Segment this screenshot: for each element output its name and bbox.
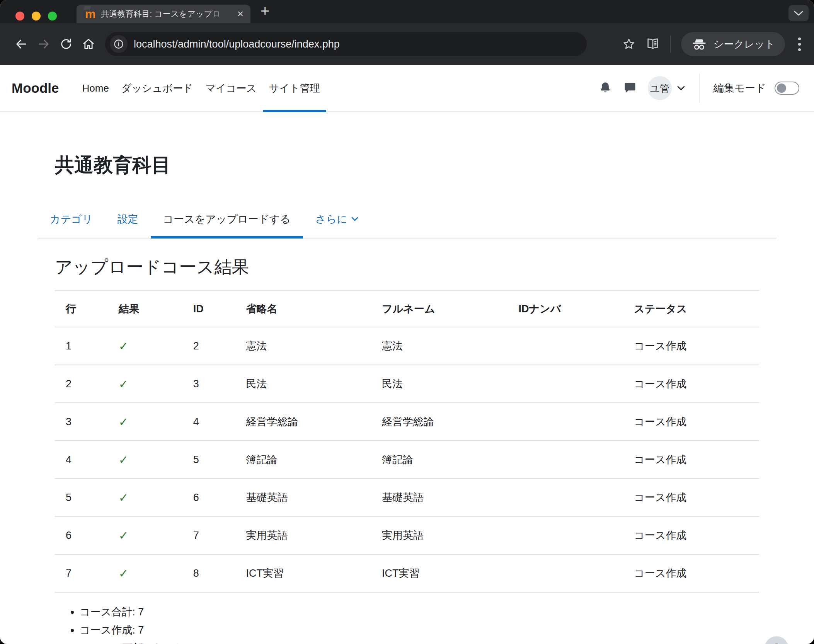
table-cell: 民法	[371, 365, 507, 403]
chevron-down-icon	[677, 86, 685, 91]
user-menu[interactable]: ユ管	[648, 76, 685, 100]
table-cell: 2	[55, 365, 108, 403]
browser-tab[interactable]: m 共通教育科目: コースをアップロ ×	[77, 5, 250, 23]
result-cell: ✓	[108, 403, 182, 441]
success-check-icon: ✓	[119, 416, 128, 428]
column-header: IDナンバ	[508, 291, 623, 327]
page-content: 共通教育科目 カテゴリ設定コースをアップロードするさらに アップロードコース結果…	[0, 152, 814, 644]
summary-item: コース作成: 7	[80, 623, 759, 637]
tab-upload-courses[interactable]: コースをアップロードする	[151, 202, 303, 238]
table-cell: 3	[55, 403, 108, 441]
table-cell: 7	[55, 554, 108, 592]
table-cell: 4	[182, 403, 235, 441]
success-check-icon: ✓	[119, 340, 128, 353]
table-cell	[508, 479, 623, 516]
messages-icon[interactable]	[623, 81, 637, 95]
toolbar-divider	[670, 36, 671, 53]
table-cell: 6	[55, 516, 108, 554]
navbar-item-site-admin[interactable]: サイト管理	[263, 65, 326, 111]
browser-menu-icon[interactable]	[795, 37, 804, 51]
table-cell: 5	[182, 441, 235, 479]
table-cell	[508, 554, 623, 592]
new-tab-button[interactable]: +	[261, 3, 269, 19]
table-cell: 5	[55, 479, 108, 516]
minimize-window-button[interactable]	[32, 12, 41, 20]
moodle-brand[interactable]: Moodle	[12, 80, 59, 96]
table-row: 5✓6基礎英語基礎英語コース作成	[55, 479, 759, 516]
column-header: 省略名	[235, 291, 371, 327]
table-cell: コース作成	[623, 441, 759, 479]
table-cell: 憲法	[371, 327, 507, 365]
close-tab-icon[interactable]: ×	[237, 9, 244, 19]
success-check-icon: ✓	[119, 453, 128, 466]
result-cell: ✓	[108, 479, 182, 516]
table-cell: 簿記論	[371, 441, 507, 479]
table-cell: 民法	[235, 365, 371, 403]
table-cell	[508, 516, 623, 554]
navbar-item-my-courses[interactable]: マイコース	[199, 65, 263, 111]
table-cell: 実用英語	[371, 516, 507, 554]
site-info-icon[interactable]	[110, 35, 128, 53]
table-cell: 経営学総論	[235, 403, 371, 441]
table-cell: 基礎英語	[235, 479, 371, 516]
result-cell: ✓	[108, 554, 182, 592]
table-cell: コース作成	[623, 554, 759, 592]
reading-list-icon[interactable]	[645, 37, 660, 51]
chevron-down-icon	[351, 217, 358, 221]
notifications-bell-icon[interactable]	[598, 81, 612, 95]
table-cell: 基礎英語	[371, 479, 507, 516]
tab-settings[interactable]: 設定	[105, 202, 151, 238]
tertiary-tabs: カテゴリ設定コースをアップロードするさらに	[37, 202, 777, 239]
avatar[interactable]: ユ管	[648, 76, 672, 100]
table-row: 7✓8ICT実習ICT実習コース作成	[55, 554, 759, 592]
success-check-icon: ✓	[119, 567, 128, 580]
table-cell: 4	[55, 441, 108, 479]
tab-search-chevron-button[interactable]	[788, 5, 809, 21]
moodle-navbar: Moodle Homeダッシュボードマイコースサイト管理 ユ管 編集モード	[0, 65, 814, 112]
navbar-item-home[interactable]: Home	[76, 65, 115, 111]
tab-strip: m 共通教育科目: コースをアップロ × +	[0, 0, 814, 23]
result-cell: ✓	[108, 441, 182, 479]
table-cell: 簿記論	[235, 441, 371, 479]
summary-item: コースが更新されました: 0	[80, 641, 759, 644]
success-check-icon: ✓	[119, 529, 128, 542]
help-button[interactable]: ?	[765, 636, 788, 644]
table-cell: 憲法	[235, 327, 371, 365]
navbar-links: Homeダッシュボードマイコースサイト管理	[76, 65, 326, 111]
table-body: 1✓2憲法憲法コース作成2✓3民法民法コース作成3✓4経営学総論経営学総論コース…	[55, 327, 759, 592]
table-cell: 3	[182, 365, 235, 403]
incognito-icon	[691, 37, 707, 51]
table-cell: 6	[182, 479, 235, 516]
table-cell: 実用英語	[235, 516, 371, 554]
summary-list: コース合計: 7コース作成: 7コースが更新されました: 0	[55, 605, 759, 644]
page-title: 共通教育科目	[55, 152, 759, 178]
traffic-lights	[15, 12, 57, 20]
table-row: 6✓7実用英語実用英語コース作成	[55, 516, 759, 554]
forward-button[interactable]	[32, 37, 55, 51]
summary-item: コース合計: 7	[80, 605, 759, 619]
edit-mode-toggle[interactable]	[775, 82, 799, 95]
bookmark-star-icon[interactable]	[622, 37, 635, 51]
edit-mode-label: 編集モード	[714, 81, 766, 95]
table-cell	[508, 327, 623, 365]
tab-more[interactable]: さらに	[303, 202, 371, 238]
result-cell: ✓	[108, 516, 182, 554]
tab-category[interactable]: カテゴリ	[37, 202, 105, 238]
table-header-row: 行結果ID省略名フルネームIDナンバステータス	[55, 291, 759, 327]
zoom-window-button[interactable]	[48, 12, 57, 20]
column-header: ステータス	[623, 291, 759, 327]
table-cell: 2	[182, 327, 235, 365]
table-cell: コース作成	[623, 516, 759, 554]
back-button[interactable]	[10, 37, 32, 51]
close-window-button[interactable]	[15, 12, 24, 20]
incognito-label: シークレット	[714, 37, 775, 51]
reload-button[interactable]	[55, 37, 77, 51]
home-button[interactable]	[77, 37, 100, 51]
table-cell: ICT実習	[235, 554, 371, 592]
success-check-icon: ✓	[119, 378, 128, 390]
edit-mode-control: 編集モード	[714, 81, 799, 95]
address-bar[interactable]: localhost/admin/tool/uploadcourse/index.…	[105, 32, 587, 56]
column-header: ID	[182, 291, 235, 327]
navbar-item-dashboard[interactable]: ダッシュボード	[115, 65, 199, 111]
table-cell: 経営学総論	[371, 403, 507, 441]
